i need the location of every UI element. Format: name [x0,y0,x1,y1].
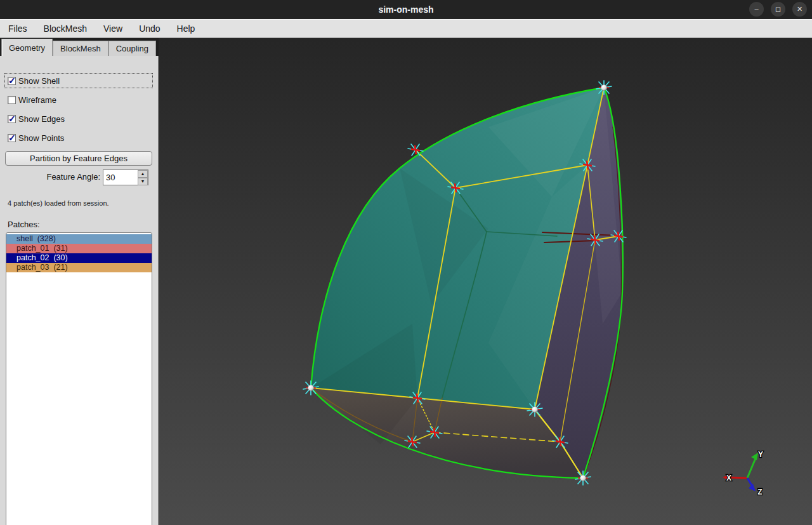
title-bar: sim-on-mesh – ◻ ✕ [0,0,812,19]
feature-angle-row: Feature Angle: ▲ ▼ [0,169,159,186]
axis-x-label: X [726,474,731,482]
maximize-button[interactable]: ◻ [771,2,785,17]
menu-files[interactable]: Files [6,20,36,37]
checkbox-show-edges[interactable]: Show Edges [5,112,152,126]
feature-angle-input[interactable] [103,170,138,185]
tab-geometry[interactable]: Geometry [1,39,53,56]
geometry-panel: Show Shell Wireframe Show Edges Show Poi… [0,56,159,525]
menu-help[interactable]: Help [169,20,204,37]
tab-strip: Geometry BlockMesh Coupling [0,38,159,56]
checkbox-box[interactable] [8,96,16,104]
feature-angle-label: Feature Angle: [0,172,100,182]
menu-undo[interactable]: Undo [131,20,168,37]
close-button[interactable]: ✕ [792,2,807,17]
partition-by-feature-edges-button[interactable]: Partition by Feature Edges [5,151,152,166]
checkbox-label: Show Points [18,133,64,143]
viewport-3d[interactable]: X Y Z [159,38,812,525]
patch-list-item[interactable]: patch_03 (21) [6,263,152,272]
tab-blockmesh[interactable]: BlockMesh [53,41,108,56]
menu-bar: Files BlockMesh View Undo Help [0,19,812,38]
checkbox-box[interactable] [8,115,16,123]
spin-up-icon[interactable]: ▲ [138,170,148,178]
spin-buttons: ▲ ▼ [138,170,148,185]
patch-list-item[interactable]: shell (328) [6,234,152,244]
axis-y-label: Y [758,450,763,459]
checkbox-box[interactable] [8,77,16,85]
checkbox-box[interactable] [8,134,16,142]
checkbox-label: Wireframe [18,95,56,105]
patches-listbox[interactable]: shell (328) patch_01 (31) patch_02 (30) … [6,232,152,525]
feature-angle-spinbox[interactable]: ▲ ▼ [103,169,148,185]
orientation-axes: X Y Z [723,450,763,496]
app-window: sim-on-mesh – ◻ ✕ Files BlockMesh View U… [0,0,812,525]
minimize-button[interactable]: – [749,2,764,17]
mesh-render: X Y Z [159,38,812,525]
checkbox-show-shell[interactable]: Show Shell [5,74,152,88]
patch-list-item[interactable]: patch_02 (30) [6,253,152,263]
checkbox-label: Show Edges [18,114,65,124]
patch-list-item[interactable]: patch_01 (31) [6,244,152,253]
checkbox-label: Show Shell [18,76,60,86]
checkbox-wireframe[interactable]: Wireframe [5,93,152,107]
window-controls: – ◻ ✕ [749,2,807,17]
axis-z-label: Z [757,488,762,496]
window-title: sim-on-mesh [0,0,812,19]
spin-down-icon[interactable]: ▼ [138,178,148,185]
patches-label: Patches: [8,220,40,229]
status-text: 4 patch(es) loaded from session. [8,199,109,207]
checkbox-show-points[interactable]: Show Points [5,131,152,145]
tab-coupling[interactable]: Coupling [108,41,156,56]
menu-blockmesh[interactable]: BlockMesh [36,20,95,37]
menu-view[interactable]: View [95,20,131,37]
